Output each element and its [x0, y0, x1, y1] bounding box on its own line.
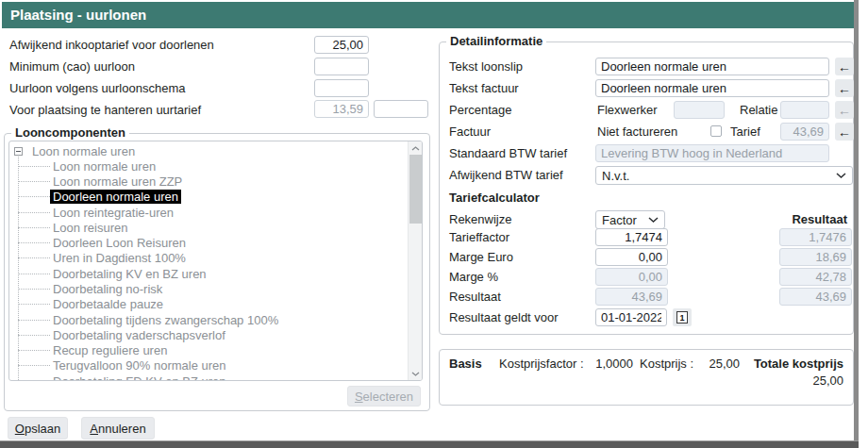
hanteren-uurtarief-label: Voor plaatsing te hanteren uurtarief	[9, 103, 201, 117]
window-frame-right	[854, 0, 859, 440]
tree-item[interactable]: Loon reisuren	[9, 220, 407, 235]
minimum-cao-uurloon-input[interactable]	[314, 58, 369, 75]
totale-kostprijs-value: 25,00	[812, 373, 843, 388]
arrow-left-icon: ←	[838, 59, 851, 75]
scroll-up-icon[interactable]	[409, 141, 423, 155]
detailinformatie-legend: Detailinformatie	[446, 34, 546, 48]
chevron-down-icon	[648, 217, 659, 223]
kostprijsfactor-value: 1,0000	[581, 357, 633, 371]
tree-item[interactable]: Doorbetaalde pauze	[9, 297, 407, 312]
kostprijs-value: 25,00	[694, 357, 740, 371]
tree-item[interactable]: Terugvalloon 90% normale uren	[9, 358, 407, 373]
looncomponenten-legend: Looncomponenten	[11, 125, 129, 140]
marge-pct-input	[595, 268, 668, 286]
tarief-label: Tarief	[730, 124, 760, 139]
scrollbar-thumb[interactable]	[409, 155, 422, 224]
niet-factureren-checkbox[interactable]	[710, 125, 722, 137]
marge-pct-result	[779, 268, 852, 286]
marge-euro-label: Marge Euro	[449, 250, 513, 264]
tarief-input	[780, 123, 829, 141]
minimum-cao-uurloon-label: Minimum (cao) uurloon	[9, 59, 135, 74]
tree-item[interactable]: Doorbetaling tijdens zwangerschap 100%	[9, 312, 407, 327]
tarieffactor-input[interactable]	[595, 228, 668, 246]
detailinformatie-groupbox: Detailinformatie Tekst loonslip ← Tekst …	[439, 41, 854, 335]
copy-left-arrow-button-loonslip[interactable]: ←	[835, 58, 854, 75]
tekst-factuur-label: Tekst factuur	[449, 81, 519, 95]
uurloon-uurloonschema-label: Uurloon volgens uurloonschema	[9, 81, 185, 95]
marge-euro-result	[779, 248, 852, 266]
tekst-factuur-input[interactable]	[595, 79, 829, 97]
standaard-btw-label: Standaard BTW tarief	[449, 146, 567, 160]
marge-euro-input[interactable]	[595, 248, 668, 266]
copy-left-arrow-button-percentage: ←	[835, 101, 854, 119]
tree-item-root[interactable]: Loon normale uren	[9, 143, 407, 158]
tree-item[interactable]: Doorbetaling FD KV en BZ uren	[9, 373, 407, 381]
copy-left-arrow-button-tarief[interactable]: ←	[835, 123, 854, 141]
tree-item[interactable]: Loon normale uren	[9, 158, 407, 174]
annuleren-button[interactable]: Annuleren	[81, 417, 155, 440]
chevron-down-icon	[836, 173, 846, 178]
tree-scrollbar[interactable]	[408, 141, 422, 380]
afwijkend-inkooptarief-label: Afwijkend inkooptarief voor doorlenen	[9, 38, 214, 52]
tree-item[interactable]: Uren in Dagdienst 100%	[9, 251, 407, 266]
flexwerker-label: Flexwerker	[597, 103, 658, 117]
tekst-loonslip-input[interactable]	[595, 58, 829, 75]
scroll-down-icon[interactable]	[409, 367, 423, 380]
kostprijs-summary-box: Basis Kostprijsfactor : 1,0000 Kostprijs…	[439, 349, 854, 406]
hanteren-uurtarief-input	[314, 100, 369, 118]
tree-item[interactable]: Doorbetaling no-risk	[9, 281, 407, 296]
rekenwijze-label: Rekenwijze	[449, 212, 511, 226]
window-title-bar: Plaatsing - uurlonen	[2, 2, 854, 28]
tree-item-selected[interactable]: Doorleen normale uren	[9, 190, 407, 205]
relatie-input	[780, 101, 829, 119]
tekst-loonslip-label: Tekst loonslip	[449, 59, 523, 74]
resultaat-geldt-voor-date-input[interactable]	[595, 308, 667, 326]
resultaat-column-header: Resultaat	[779, 212, 847, 226]
copy-left-arrow-button-factuur[interactable]: ←	[835, 79, 854, 97]
looncomponenten-tree: Loon normale uren Loon normale uren Loon…	[9, 143, 407, 381]
relatie-label: Relatie	[740, 103, 777, 117]
afwijkend-btw-label: Afwijkend BTW tarief	[449, 168, 563, 182]
tree-item[interactable]: Doorbetaling KV en BZ uren	[9, 266, 407, 281]
tariefcalculator-heading: Tariefcalculator	[449, 191, 540, 205]
tree-item[interactable]: Recup reguliere uren	[9, 342, 407, 357]
minus-expander-icon[interactable]	[14, 147, 23, 156]
niet-factureren-label: Niet factureren	[597, 124, 677, 139]
standaard-btw-input	[595, 144, 829, 162]
selecteren-button[interactable]: Selecteren	[347, 386, 421, 407]
factuur-label: Factuur	[449, 124, 491, 139]
calendar-icon: 1	[676, 311, 688, 324]
flexwerker-input	[674, 101, 725, 119]
percentage-label: Percentage	[449, 103, 512, 117]
calendar-button[interactable]: 1	[673, 308, 692, 326]
tree-item[interactable]: Doorleen Loon Reisuren	[9, 236, 407, 251]
window-frame-bottom	[0, 440, 859, 448]
afwijkend-btw-select[interactable]: N.v.t.	[595, 166, 853, 185]
tree-item[interactable]: Loon normale uren ZZP	[9, 174, 407, 190]
arrow-left-icon: ←	[838, 124, 851, 140]
tarieffactor-result	[779, 228, 852, 246]
basis-label: Basis	[449, 357, 482, 371]
window-title: Plaatsing - uurlonen	[10, 7, 146, 23]
rekenwijze-select[interactable]: Factor	[595, 210, 665, 229]
tree-item[interactable]: Loon reintegratie-uren	[9, 205, 407, 220]
resultaat-label: Resultaat	[449, 290, 501, 304]
kostprijsfactor-label: Kostprijsfactor :	[499, 357, 584, 371]
resultaat-input	[595, 288, 668, 306]
arrow-left-icon: ←	[838, 103, 851, 118]
kostprijs-label: Kostprijs :	[640, 357, 693, 371]
resultaat-geldt-voor-label: Resultaat geldt voor	[449, 310, 559, 324]
afwijkend-inkooptarief-input[interactable]	[314, 36, 369, 54]
tree-item[interactable]: Doorbetaling vaderschapsverlof	[9, 327, 407, 342]
marge-pct-label: Marge %	[449, 270, 498, 284]
uurloon-uurloonschema-input[interactable]	[314, 79, 369, 97]
totale-kostprijs-label: Totale kostprijs	[754, 357, 843, 371]
looncomponenten-listbox[interactable]: Loon normale uren Loon normale uren Loon…	[8, 141, 423, 381]
tarieffactor-label: Tarieffactor	[449, 230, 509, 244]
resultaat-result	[779, 288, 852, 306]
opslaan-button[interactable]: Opslaan	[8, 417, 68, 440]
hanteren-uurtarief-override-input[interactable]	[374, 100, 428, 118]
arrow-left-icon: ←	[838, 81, 851, 96]
